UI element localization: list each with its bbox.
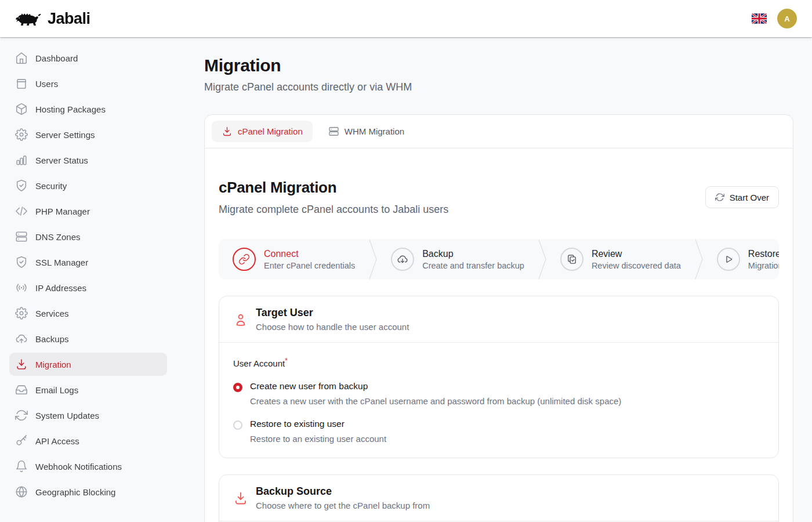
download-icon	[15, 358, 28, 371]
sidebar-item-system-updates[interactable]: System Updates	[9, 404, 167, 427]
migration-tab-card: cPanel Migration WHM Migration cPanel Mi…	[204, 114, 793, 522]
step-chevron-divider	[369, 239, 377, 280]
page-subtitle: Migrate cPanel accounts directly or via …	[204, 81, 793, 93]
package-icon	[15, 103, 28, 115]
migration-stepper: Connect Enter cPanel credentials Backup …	[219, 239, 779, 280]
globe-icon	[15, 485, 28, 498]
step-circle	[560, 248, 583, 271]
step-title: Connect	[264, 249, 355, 259]
step-connect: Connect Enter cPanel credentials	[219, 239, 369, 280]
sidebar-item-users[interactable]: Users	[9, 72, 167, 95]
step-subtitle: Enter cPanel credentials	[264, 261, 355, 270]
radio-create-new-user[interactable]: Create new user from backup Creates a ne…	[233, 381, 764, 406]
card-title: Target User	[256, 307, 409, 319]
shield-check-icon	[15, 179, 28, 192]
person-icon	[233, 312, 248, 327]
sidebar-item-label: Migration	[35, 360, 71, 369]
step-chevron-divider	[695, 239, 703, 280]
clipboard-check-icon	[566, 253, 578, 265]
step-title: Backup	[422, 249, 524, 259]
tab-label: cPanel Migration	[238, 126, 303, 136]
radio-waves-icon	[15, 281, 28, 294]
brand-logo[interactable]: Jabali	[15, 10, 90, 28]
panel-subtitle: Migrate complete cPanel accounts to Jaba…	[219, 204, 448, 216]
step-chevron-divider	[538, 239, 546, 280]
tab-cpanel-migration[interactable]: cPanel Migration	[212, 121, 313, 142]
step-subtitle: Migration	[748, 261, 779, 270]
step-subtitle: Create and transfer backup	[422, 261, 524, 270]
start-over-label: Start Over	[730, 193, 769, 202]
step-restore: Restore Migration	[703, 239, 779, 280]
sidebar-item-api-access[interactable]: API Access	[9, 429, 167, 452]
sidebar-item-label: Webhook Notifications	[35, 462, 122, 472]
radio-button-selected[interactable]	[233, 383, 242, 392]
sidebar-item-label: Server Settings	[35, 130, 95, 140]
step-circle	[233, 248, 256, 271]
panel-title: cPanel Migration	[219, 179, 448, 197]
server-stack-icon	[328, 126, 339, 137]
sidebar-item-dns-zones[interactable]: DNS Zones	[9, 225, 167, 248]
sidebar-item-server-settings[interactable]: Server Settings	[9, 123, 167, 146]
sidebar-item-dashboard[interactable]: Dashboard	[9, 46, 167, 70]
step-circle	[391, 248, 414, 271]
card-subtitle: Choose where to get the cPanel backup fr…	[256, 501, 430, 510]
sidebar-item-label: SSL Manager	[35, 258, 88, 267]
refresh-icon	[715, 193, 724, 202]
sidebar-nav: Dashboard Users Hosting Packages Server …	[0, 37, 176, 522]
radio-restore-existing-user[interactable]: Restore to existing user Restore to an e…	[233, 419, 764, 444]
sidebar-item-ip-addresses[interactable]: IP Addresses	[9, 276, 167, 299]
sidebar-item-backups[interactable]: Backups	[9, 327, 167, 350]
sidebar-item-webhook-notifications[interactable]: Webhook Notifications	[9, 455, 167, 478]
cloud-upload-icon	[15, 332, 28, 345]
step-circle	[717, 248, 740, 271]
radio-label: Restore to existing user	[250, 419, 386, 429]
radio-button-unselected[interactable]	[233, 420, 242, 430]
sidebar-item-label: System Updates	[35, 411, 99, 420]
refresh-icon	[15, 409, 28, 422]
sidebar-item-label: Server Status	[35, 155, 88, 165]
code-icon	[15, 205, 28, 217]
tab-whm-migration[interactable]: WHM Migration	[318, 121, 414, 142]
sidebar-item-geographic-blocking[interactable]: Geographic Blocking	[9, 480, 167, 503]
sidebar-item-security[interactable]: Security	[9, 174, 167, 197]
sidebar-item-label: API Access	[35, 436, 79, 446]
sidebar-item-migration[interactable]: Migration	[9, 353, 167, 376]
sidebar-item-ssl-manager[interactable]: SSL Manager	[9, 251, 167, 274]
cloud-download-icon	[397, 253, 408, 265]
brand-name: Jabali	[48, 10, 90, 28]
cpanel-migration-panel: cPanel Migration Migrate complete cPanel…	[205, 148, 793, 522]
start-over-button[interactable]: Start Over	[705, 186, 779, 208]
card-subtitle: Choose how to handle the user account	[256, 322, 409, 332]
required-asterisk: *	[285, 357, 288, 365]
top-navbar: Jabali A	[0, 0, 812, 37]
archive-box-icon	[15, 77, 28, 90]
step-review: Review Review discovered data	[546, 239, 695, 280]
tab-label: WHM Migration	[345, 126, 404, 136]
sidebar-item-label: Hosting Packages	[35, 104, 106, 114]
sidebar-item-email-logs[interactable]: Email Logs	[9, 378, 167, 401]
sidebar-item-label: PHP Manager	[35, 206, 90, 216]
sidebar-item-hosting-packages[interactable]: Hosting Packages	[9, 97, 167, 121]
gear-icon	[15, 307, 28, 320]
sidebar-item-server-status[interactable]: Server Status	[9, 148, 167, 172]
user-avatar[interactable]: A	[777, 9, 797, 28]
main-content: Migration Migrate cPanel accounts direct…	[204, 37, 793, 522]
sidebar-item-php-manager[interactable]: PHP Manager	[9, 200, 167, 223]
radio-description: Restore to an existing user account	[250, 434, 386, 444]
sidebar-item-label: Dashboard	[35, 53, 78, 63]
play-icon	[723, 253, 734, 265]
language-flag-icon[interactable]	[752, 13, 767, 24]
sidebar-item-label: DNS Zones	[35, 232, 81, 242]
radio-description: Creates a new user with the cPanel usern…	[250, 396, 621, 406]
page-title: Migration	[204, 56, 793, 75]
card-title: Backup Source	[256, 485, 430, 498]
sidebar-item-label: Geographic Blocking	[35, 487, 115, 497]
home-icon	[15, 52, 28, 64]
inbox-icon	[15, 383, 28, 396]
server-stack-icon	[15, 230, 28, 243]
sidebar-item-label: Backups	[35, 334, 69, 344]
step-title: Restore	[748, 249, 779, 259]
sidebar-item-label: Security	[35, 181, 67, 191]
sidebar-item-label: Services	[35, 309, 69, 318]
sidebar-item-services[interactable]: Services	[9, 302, 167, 325]
